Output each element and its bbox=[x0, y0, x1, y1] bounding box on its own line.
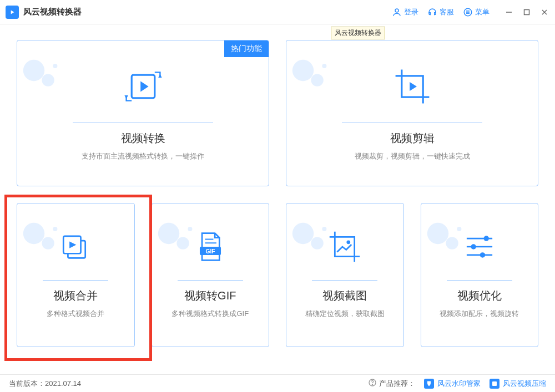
card-video-gif[interactable]: GIF 视频转GIF 多种视频格式转换成GIF bbox=[152, 203, 270, 347]
login-label: 登录 bbox=[404, 7, 418, 17]
svg-point-48 bbox=[372, 384, 372, 385]
card-desc: 视频裁剪，视频剪辑，一键快速完成 bbox=[350, 151, 475, 161]
compress-app-icon bbox=[490, 379, 500, 389]
card-video-merge[interactable]: 视频合并 多种格式视频合并 bbox=[17, 203, 135, 347]
recommend-label: 产品推荐： bbox=[379, 379, 415, 389]
window-controls bbox=[504, 7, 549, 17]
card-title: 视频截图 bbox=[322, 288, 367, 303]
watermark-app-icon bbox=[424, 379, 434, 389]
svg-marker-14 bbox=[140, 81, 148, 91]
svg-point-27 bbox=[158, 223, 179, 244]
card-desc: 支持市面主流视频格式转换，一键操作 bbox=[77, 151, 209, 161]
card-title: 视频优化 bbox=[457, 288, 502, 303]
maximize-button[interactable] bbox=[522, 7, 532, 17]
hot-badge: 热门功能 bbox=[224, 40, 269, 57]
app-logo-icon bbox=[6, 6, 19, 19]
card-video-optimize[interactable]: 视频优化 视频添加配乐，视频旋转 bbox=[421, 203, 539, 347]
card-desc: 视频添加配乐，视频旋转 bbox=[435, 309, 523, 319]
svg-point-46 bbox=[480, 252, 485, 258]
svg-point-12 bbox=[53, 64, 57, 68]
merge-icon bbox=[57, 219, 94, 274]
divider bbox=[43, 280, 108, 281]
svg-point-35 bbox=[311, 237, 323, 249]
rec1-label: 风云水印管家 bbox=[437, 379, 481, 389]
titlebar: 风云视频转换器 登录 客服 菜单 bbox=[0, 0, 555, 24]
divider bbox=[447, 280, 512, 281]
tooltip: 风云视频转换器 bbox=[331, 27, 385, 39]
menu-button[interactable]: 菜单 bbox=[463, 7, 490, 17]
svg-point-21 bbox=[23, 223, 44, 244]
divider bbox=[178, 280, 243, 281]
svg-point-39 bbox=[446, 237, 458, 249]
decoration-icon bbox=[290, 53, 334, 97]
svg-point-19 bbox=[322, 64, 326, 68]
convert-icon bbox=[121, 56, 165, 117]
card-desc: 多种视频格式转换成GIF bbox=[167, 309, 253, 319]
svg-marker-16 bbox=[124, 95, 128, 99]
card-video-screenshot[interactable]: 视频截图 精确定位视频，获取截图 bbox=[286, 203, 404, 347]
app-title: 风云视频转换器 bbox=[23, 7, 82, 17]
card-title: 视频转GIF bbox=[184, 288, 236, 303]
decoration-icon bbox=[21, 53, 65, 97]
divider bbox=[73, 123, 214, 123]
user-icon bbox=[392, 7, 402, 17]
card-title: 视频合并 bbox=[53, 288, 98, 303]
support-button[interactable]: 客服 bbox=[427, 7, 454, 17]
svg-point-22 bbox=[42, 237, 54, 249]
card-video-convert[interactable]: 热门功能 视频转换 支持市面主流视频格式转换，一键操作 bbox=[17, 40, 269, 186]
screenshot-icon bbox=[326, 219, 364, 274]
footer: 当前版本： 2021.07.14 产品推荐： 风云水印管家 风云视频压缩 bbox=[0, 374, 555, 392]
version-value: 2021.07.14 bbox=[45, 379, 81, 388]
sliders-icon bbox=[461, 219, 498, 274]
rec2-label: 风云视频压缩 bbox=[503, 379, 546, 389]
svg-point-38 bbox=[427, 223, 448, 244]
card-desc: 精确定位视频，获取截图 bbox=[301, 309, 389, 319]
card-video-edit[interactable]: 视频剪辑 视频裁剪，视频剪辑，一键快速完成 bbox=[286, 40, 538, 186]
svg-rect-7 bbox=[524, 9, 529, 14]
svg-point-17 bbox=[292, 60, 314, 81]
main-content: 热门功能 视频转换 支持市面主流视频格式转换，一键操作 bbox=[0, 24, 555, 368]
card-desc: 多种格式视频合并 bbox=[42, 309, 109, 319]
gif-file-icon: GIF bbox=[191, 219, 229, 274]
crop-icon bbox=[390, 56, 435, 117]
svg-point-34 bbox=[292, 223, 314, 244]
card-title: 视频剪辑 bbox=[390, 131, 435, 146]
svg-point-10 bbox=[23, 60, 44, 81]
headset-icon bbox=[427, 7, 437, 17]
recommend-link-1[interactable]: 风云水印管家 bbox=[424, 379, 481, 389]
help-icon[interactable] bbox=[368, 378, 377, 389]
svg-point-28 bbox=[176, 237, 189, 249]
menu-icon bbox=[463, 7, 473, 17]
svg-marker-20 bbox=[410, 82, 417, 91]
titlebar-actions: 登录 客服 菜单 bbox=[392, 7, 549, 17]
svg-marker-15 bbox=[158, 74, 162, 78]
svg-point-44 bbox=[471, 244, 476, 250]
login-button[interactable]: 登录 bbox=[392, 7, 418, 17]
svg-point-11 bbox=[42, 74, 54, 86]
divider bbox=[342, 123, 483, 123]
close-button[interactable] bbox=[539, 7, 549, 17]
svg-marker-0 bbox=[11, 10, 14, 14]
version-label: 当前版本： bbox=[9, 379, 45, 389]
svg-point-18 bbox=[311, 74, 323, 86]
svg-text:GIF: GIF bbox=[205, 248, 215, 254]
svg-point-37 bbox=[347, 240, 351, 244]
divider bbox=[312, 280, 377, 281]
svg-rect-49 bbox=[492, 381, 497, 386]
menu-label: 菜单 bbox=[475, 7, 490, 17]
card-title: 视频转换 bbox=[121, 131, 165, 146]
recommend-link-2[interactable]: 风云视频压缩 bbox=[490, 379, 546, 389]
minimize-button[interactable] bbox=[504, 7, 514, 17]
svg-point-42 bbox=[483, 236, 489, 241]
svg-point-1 bbox=[395, 9, 398, 12]
support-label: 客服 bbox=[440, 7, 454, 17]
